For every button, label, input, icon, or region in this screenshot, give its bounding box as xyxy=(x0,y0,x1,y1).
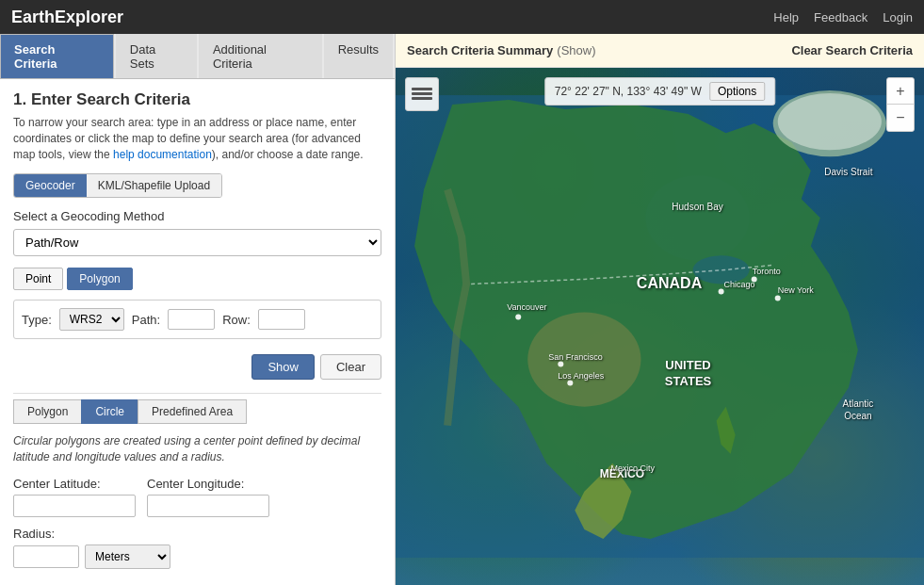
tab-data-sets[interactable]: Data Sets xyxy=(116,34,197,78)
area-tab-bar: Polygon Circle Predefined Area xyxy=(13,399,381,424)
help-link[interactable]: Help xyxy=(773,10,799,24)
main-layout: Search Criteria Data Sets Additional Cri… xyxy=(0,34,924,585)
type-select[interactable]: WRS2 WRS1 xyxy=(59,308,124,331)
section-description: To narrow your search area: type in an a… xyxy=(13,115,381,162)
svg-point-7 xyxy=(558,362,563,367)
radius-input[interactable] xyxy=(13,545,79,568)
svg-point-11 xyxy=(775,295,781,301)
center-lat-input[interactable] xyxy=(13,495,136,517)
search-criteria-section: 1. Enter Search Criteria To narrow your … xyxy=(0,79,395,585)
svg-text:Vancouver: Vancouver xyxy=(507,302,546,312)
geocoder-tab-bar: Geocoder KML/Shapefile Upload xyxy=(13,173,222,198)
svg-point-3 xyxy=(778,93,882,150)
svg-text:Mexico City: Mexico City xyxy=(610,463,655,473)
zoom-in-button[interactable]: + xyxy=(887,78,914,105)
left-panel: Search Criteria Data Sets Additional Cri… xyxy=(0,34,396,585)
tab-results[interactable]: Results xyxy=(324,34,393,78)
map-coordinates-display: 72° 22' 27" N, 133° 43' 49" W Options xyxy=(544,77,775,106)
summary-bar: Search Criteria Summary (Show) Clear Sea… xyxy=(396,34,924,68)
map-container[interactable]: CANADA UNITED STATES MEXICO Atlantic Oce… xyxy=(396,68,924,585)
svg-text:Davis Strait: Davis Strait xyxy=(824,167,872,177)
type-label: Type: xyxy=(22,313,52,327)
svg-text:San Francisco: San Francisco xyxy=(548,352,603,362)
kml-shapefile-tab[interactable]: KML/Shapefile Upload xyxy=(87,174,221,197)
tab-additional-criteria[interactable]: Additional Criteria xyxy=(199,34,322,78)
center-lng-field: Center Longitude: xyxy=(147,477,269,517)
geocoding-method-select[interactable]: Path/Row Address/Place Feature Predefine… xyxy=(13,229,381,256)
svg-text:New York: New York xyxy=(778,285,815,295)
svg-text:Hudson Bay: Hudson Bay xyxy=(672,202,722,212)
polygon-button[interactable]: Polygon xyxy=(67,268,132,290)
geocoder-tab[interactable]: Geocoder xyxy=(14,174,87,197)
top-navigation: EarthExplorer Help Feedback Login xyxy=(0,0,924,34)
point-button[interactable]: Point xyxy=(13,268,63,290)
coordinates-text: 72° 22' 27" N, 133° 43' 49" W xyxy=(555,85,702,98)
row-input[interactable] xyxy=(258,309,305,330)
summary-title: Search Criteria Summary xyxy=(407,43,553,57)
svg-rect-29 xyxy=(412,97,432,100)
radius-row: Radius: Meters Miles Kilometers Feet xyxy=(13,527,381,569)
summary-show-link[interactable]: (Show) xyxy=(557,43,595,57)
point-polygon-group: Point Polygon xyxy=(13,268,381,290)
svg-point-6 xyxy=(515,314,521,319)
svg-rect-27 xyxy=(412,88,432,90)
svg-text:Toronto: Toronto xyxy=(753,267,781,276)
zoom-out-button[interactable]: − xyxy=(887,105,914,131)
help-documentation-link[interactable]: help documentation xyxy=(113,148,212,161)
svg-text:STATES: STATES xyxy=(665,374,712,388)
center-lat-field: Center Latitude: xyxy=(13,477,136,517)
svg-point-8 xyxy=(567,381,573,386)
svg-text:UNITED: UNITED xyxy=(665,358,710,372)
radius-label: Radius: xyxy=(13,527,381,541)
main-tab-bar: Search Criteria Data Sets Additional Cri… xyxy=(0,34,395,79)
login-link[interactable]: Login xyxy=(883,10,913,24)
radius-units-select[interactable]: Meters Miles Kilometers Feet xyxy=(85,544,170,569)
center-lng-input[interactable] xyxy=(147,495,269,517)
radius-inputs: Meters Miles Kilometers Feet xyxy=(13,544,381,569)
map-svg: CANADA UNITED STATES MEXICO Atlantic Oce… xyxy=(396,68,924,585)
predefined-area-tab[interactable]: Predefined Area xyxy=(138,399,247,424)
app-title: EarthExplorer xyxy=(11,8,773,27)
section-desc-end: ), and/or choose a date range. xyxy=(212,148,364,161)
map-layers-button[interactable] xyxy=(405,77,439,111)
clear-search-criteria-button[interactable]: Clear Search Criteria xyxy=(791,43,913,57)
tab-search-criteria[interactable]: Search Criteria xyxy=(0,34,114,78)
polygon-area-tab[interactable]: Polygon xyxy=(13,399,81,424)
feedback-link[interactable]: Feedback xyxy=(814,10,867,24)
section-title: 1. Enter Search Criteria xyxy=(13,90,381,109)
action-buttons-row: Show Clear xyxy=(13,349,381,387)
map-panel: Search Criteria Summary (Show) Clear Sea… xyxy=(396,34,924,585)
circle-description: Circular polygons are created using a ce… xyxy=(13,433,381,465)
circle-area-tab[interactable]: Circle xyxy=(81,399,138,424)
nav-links: Help Feedback Login xyxy=(773,10,913,24)
coord-row: Center Latitude: Center Longitude: xyxy=(13,477,381,517)
layers-icon xyxy=(412,84,432,105)
svg-rect-28 xyxy=(412,92,432,95)
center-lat-label: Center Latitude: xyxy=(13,477,136,491)
path-label: Path: xyxy=(132,313,160,327)
geocoding-method-label: Select a Geocoding Method xyxy=(13,209,381,223)
svg-text:CANADA: CANADA xyxy=(637,274,703,291)
row-label: Row: xyxy=(222,313,251,327)
type-path-row-container: Type: WRS2 WRS1 Path: Row: xyxy=(13,300,381,339)
map-options-button[interactable]: Options xyxy=(709,82,765,101)
svg-text:Atlantic: Atlantic xyxy=(842,398,873,409)
svg-text:Chicago: Chicago xyxy=(724,280,755,289)
section-divider xyxy=(13,393,381,394)
path-input[interactable] xyxy=(168,309,215,330)
clear-button[interactable]: Clear xyxy=(320,354,381,380)
center-lng-label: Center Longitude: xyxy=(147,477,269,491)
svg-text:Ocean: Ocean xyxy=(844,411,871,421)
show-button[interactable]: Show xyxy=(251,354,315,380)
svg-text:Los Angeles: Los Angeles xyxy=(558,371,605,381)
map-zoom-controls: + − xyxy=(886,77,915,132)
